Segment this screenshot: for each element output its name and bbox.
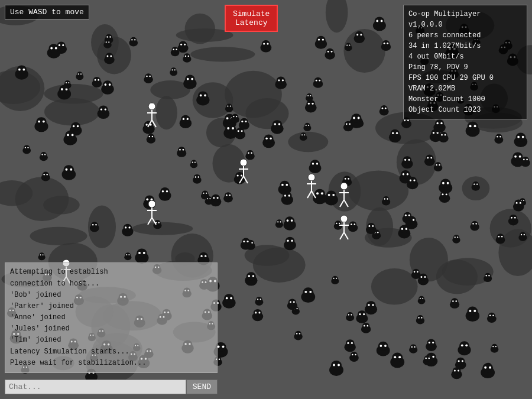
svg-point-125: [222, 297, 235, 309]
svg-point-358: [522, 157, 529, 163]
svg-point-840: [349, 123, 351, 125]
svg-point-728: [406, 228, 408, 230]
svg-point-405: [34, 121, 48, 132]
svg-point-48: [91, 24, 119, 61]
svg-point-329: [305, 103, 317, 112]
svg-point-54: [0, 70, 40, 104]
svg-point-127: [226, 297, 228, 300]
svg-point-839: [346, 123, 348, 125]
svg-point-578: [426, 154, 433, 161]
svg-point-670: [246, 272, 256, 280]
svg-point-294: [91, 222, 98, 228]
svg-point-195: [442, 193, 443, 195]
svg-point-473: [451, 370, 462, 379]
svg-point-849: [325, 51, 335, 59]
svg-point-38: [442, 258, 494, 286]
svg-point-634: [172, 47, 179, 53]
svg-point-852: [331, 51, 333, 53]
svg-point-469: [331, 278, 339, 284]
svg-point-178: [280, 181, 290, 190]
svg-point-65: [406, 219, 418, 229]
svg-point-265: [144, 76, 153, 83]
svg-point-250: [71, 122, 80, 131]
svg-point-742: [103, 80, 112, 89]
svg-point-607: [452, 300, 454, 302]
svg-point-821: [409, 346, 417, 353]
svg-point-507: [333, 364, 335, 366]
svg-point-435: [368, 304, 370, 306]
svg-point-157: [245, 153, 254, 160]
svg-point-434: [366, 301, 376, 309]
svg-point-573: [349, 117, 363, 128]
svg-point-31: [245, 245, 290, 266]
svg-point-308: [396, 132, 398, 134]
svg-point-859: [497, 136, 498, 138]
svg-point-672: [252, 275, 255, 277]
svg-point-248: [351, 342, 353, 344]
chat-input[interactable]: [5, 379, 186, 394]
svg-point-663: [66, 82, 67, 83]
svg-point-482: [39, 252, 44, 257]
svg-point-425: [56, 44, 67, 54]
svg-point-134: [497, 233, 504, 240]
chat-send-button[interactable]: SEND: [186, 379, 218, 394]
svg-point-757: [190, 162, 198, 168]
svg-point-146: [247, 240, 254, 246]
simulate-latency-button[interactable]: SimulateLatency: [225, 5, 278, 32]
svg-point-625: [97, 109, 109, 119]
svg-point-357: [521, 159, 530, 167]
svg-point-668: [304, 134, 305, 135]
svg-point-422: [356, 118, 362, 124]
svg-line-865: [152, 120, 156, 127]
svg-point-17: [253, 247, 306, 282]
svg-point-58: [397, 139, 436, 184]
svg-point-500: [72, 134, 74, 136]
svg-point-851: [327, 51, 329, 53]
svg-point-555: [265, 137, 267, 139]
svg-point-737: [47, 47, 61, 59]
svg-point-756: [174, 69, 176, 70]
svg-line-885: [152, 218, 156, 225]
svg-point-504: [108, 41, 109, 43]
svg-point-74: [413, 269, 420, 275]
svg-point-97: [400, 173, 412, 183]
svg-point-818: [178, 147, 185, 153]
svg-point-62: [468, 307, 478, 316]
svg-point-1: [43, 196, 80, 214]
svg-point-635: [173, 49, 174, 50]
svg-point-632: [222, 346, 225, 348]
svg-point-777: [143, 199, 156, 209]
svg-point-773: [491, 346, 499, 352]
svg-point-479: [284, 194, 286, 196]
svg-point-268: [149, 76, 151, 77]
svg-point-752: [474, 125, 476, 127]
svg-point-655: [458, 360, 460, 362]
svg-point-565: [284, 240, 296, 250]
svg-point-283: [433, 132, 434, 134]
svg-point-455: [418, 317, 419, 318]
svg-point-150: [335, 220, 341, 226]
svg-point-564: [385, 108, 387, 109]
svg-point-413: [255, 299, 263, 306]
svg-point-140: [291, 219, 293, 222]
svg-point-401: [313, 193, 327, 205]
svg-point-701: [287, 301, 297, 310]
svg-point-348: [230, 106, 231, 107]
chat-log-line: Attempting to establish: [10, 267, 212, 278]
svg-point-745: [342, 178, 352, 186]
svg-point-739: [50, 47, 53, 50]
svg-point-703: [290, 301, 291, 303]
svg-point-837: [343, 124, 353, 131]
svg-point-374: [206, 196, 212, 202]
svg-point-755: [171, 69, 173, 70]
svg-point-656: [462, 360, 463, 362]
svg-point-556: [270, 137, 271, 139]
svg-point-448: [109, 36, 111, 37]
svg-point-498: [65, 131, 75, 140]
svg-point-622: [125, 252, 131, 257]
svg-point-697: [62, 168, 76, 180]
svg-point-532: [66, 88, 68, 90]
svg-point-471: [333, 278, 335, 279]
svg-point-404: [321, 192, 323, 194]
svg-point-213: [418, 276, 429, 285]
